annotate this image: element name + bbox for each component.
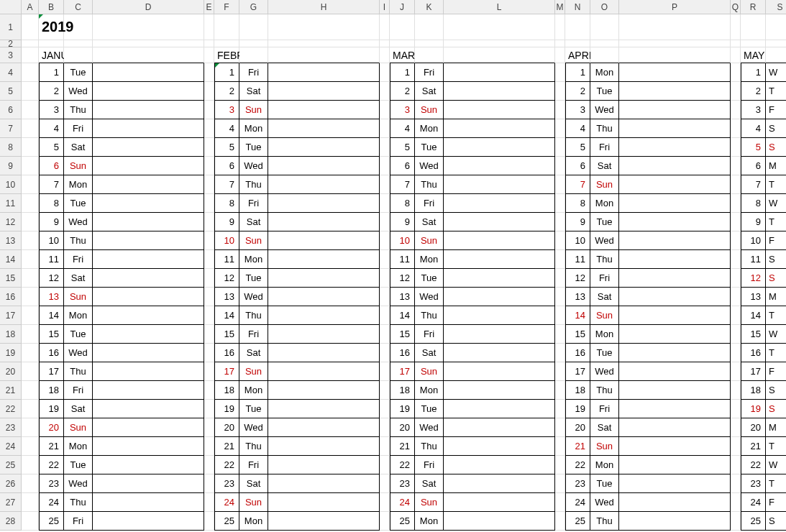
- day-notes[interactable]: [268, 138, 380, 157]
- day-number[interactable]: 13: [565, 288, 590, 306]
- row-header-9[interactable]: 9: [0, 157, 22, 175]
- cell-K2[interactable]: [415, 40, 444, 47]
- day-name[interactable]: Tue: [239, 138, 268, 157]
- cell-Q18[interactable]: [731, 325, 741, 344]
- day-name[interactable]: Mon: [415, 512, 444, 531]
- cell-G2[interactable]: [239, 40, 268, 47]
- row-header-11[interactable]: 11: [0, 194, 22, 213]
- day-number[interactable]: 1: [741, 63, 766, 82]
- cell-I12[interactable]: [380, 213, 390, 231]
- cell-I9[interactable]: [380, 157, 390, 175]
- cell-Q24[interactable]: [731, 437, 741, 456]
- day-notes[interactable]: [619, 456, 731, 474]
- column-header-P[interactable]: P: [619, 0, 731, 14]
- cell-S1[interactable]: [766, 14, 786, 40]
- cell-M7[interactable]: [555, 119, 565, 138]
- day-number[interactable]: 18: [390, 381, 415, 400]
- day-name[interactable]: Tue: [415, 400, 444, 418]
- cell-A9[interactable]: [22, 157, 39, 175]
- cell-A28[interactable]: [22, 512, 39, 531]
- day-number[interactable]: 25: [741, 512, 766, 531]
- cell-A16[interactable]: [22, 288, 39, 306]
- cell-N2[interactable]: [565, 40, 590, 47]
- column-header-M[interactable]: M: [555, 0, 565, 14]
- day-name[interactable]: Wed: [64, 474, 93, 493]
- row-header-7[interactable]: 7: [0, 119, 22, 138]
- cell-I1[interactable]: [380, 14, 390, 40]
- cell-E15[interactable]: [204, 269, 214, 288]
- cell-A18[interactable]: [22, 325, 39, 344]
- day-notes[interactable]: [93, 418, 204, 437]
- cell-A12[interactable]: [22, 213, 39, 231]
- row-header-22[interactable]: 22: [0, 400, 22, 418]
- cell-A26[interactable]: [22, 474, 39, 493]
- day-name[interactable]: Fri: [590, 269, 619, 288]
- day-name[interactable]: F: [766, 101, 786, 119]
- day-notes[interactable]: [268, 512, 380, 531]
- cell-Q5[interactable]: [731, 82, 741, 101]
- day-name[interactable]: Sat: [415, 344, 444, 362]
- day-notes[interactable]: [268, 63, 380, 82]
- day-number[interactable]: 23: [741, 474, 766, 493]
- cell-H3[interactable]: [268, 47, 380, 63]
- cell-M6[interactable]: [555, 101, 565, 119]
- day-name[interactable]: S: [766, 381, 786, 400]
- cell-A4[interactable]: [22, 63, 39, 82]
- cell-Q16[interactable]: [731, 288, 741, 306]
- day-name[interactable]: Wed: [590, 493, 619, 512]
- row-header-6[interactable]: 6: [0, 101, 22, 119]
- day-name[interactable]: Thu: [590, 250, 619, 269]
- day-notes[interactable]: [268, 157, 380, 175]
- day-name[interactable]: T: [766, 344, 786, 362]
- cell-Q6[interactable]: [731, 101, 741, 119]
- day-notes[interactable]: [268, 82, 380, 101]
- day-number[interactable]: 16: [39, 344, 64, 362]
- cell-O2[interactable]: [590, 40, 619, 47]
- day-name[interactable]: Fri: [239, 63, 268, 82]
- day-notes[interactable]: [444, 194, 555, 213]
- day-notes[interactable]: [444, 474, 555, 493]
- cell-A2[interactable]: [22, 40, 39, 47]
- day-number[interactable]: 13: [390, 288, 415, 306]
- day-number[interactable]: 23: [390, 474, 415, 493]
- column-header-F[interactable]: F: [214, 0, 239, 14]
- day-number[interactable]: 9: [741, 213, 766, 231]
- day-name[interactable]: Fri: [415, 194, 444, 213]
- day-notes[interactable]: [268, 400, 380, 418]
- cell-Q7[interactable]: [731, 119, 741, 138]
- day-name[interactable]: Sun: [64, 157, 93, 175]
- day-number[interactable]: 12: [390, 269, 415, 288]
- day-notes[interactable]: [268, 213, 380, 231]
- day-name[interactable]: Fri: [64, 250, 93, 269]
- day-name[interactable]: Wed: [239, 157, 268, 175]
- cell-Q21[interactable]: [731, 381, 741, 400]
- cell-R2[interactable]: [741, 40, 766, 47]
- day-number[interactable]: 3: [565, 101, 590, 119]
- day-notes[interactable]: [93, 437, 204, 456]
- cell-A11[interactable]: [22, 194, 39, 213]
- cell-I14[interactable]: [380, 250, 390, 269]
- day-notes[interactable]: [268, 474, 380, 493]
- day-number[interactable]: 14: [741, 306, 766, 325]
- day-number[interactable]: 6: [39, 157, 64, 175]
- cell-G3[interactable]: [239, 47, 268, 63]
- day-name[interactable]: Sat: [590, 288, 619, 306]
- row-header-24[interactable]: 24: [0, 437, 22, 456]
- day-number[interactable]: 12: [565, 269, 590, 288]
- day-name[interactable]: Sun: [239, 493, 268, 512]
- day-notes[interactable]: [619, 250, 731, 269]
- day-number[interactable]: 7: [741, 175, 766, 194]
- cell-N1[interactable]: [565, 14, 590, 40]
- day-notes[interactable]: [619, 231, 731, 250]
- day-number[interactable]: 15: [741, 325, 766, 344]
- day-name[interactable]: Wed: [590, 362, 619, 381]
- day-number[interactable]: 24: [565, 493, 590, 512]
- day-notes[interactable]: [444, 306, 555, 325]
- day-notes[interactable]: [444, 63, 555, 82]
- day-notes[interactable]: [93, 493, 204, 512]
- row-header-20[interactable]: 20: [0, 362, 22, 381]
- day-name[interactable]: Tue: [64, 325, 93, 344]
- day-notes[interactable]: [444, 456, 555, 474]
- cell-I19[interactable]: [380, 344, 390, 362]
- cell-I21[interactable]: [380, 381, 390, 400]
